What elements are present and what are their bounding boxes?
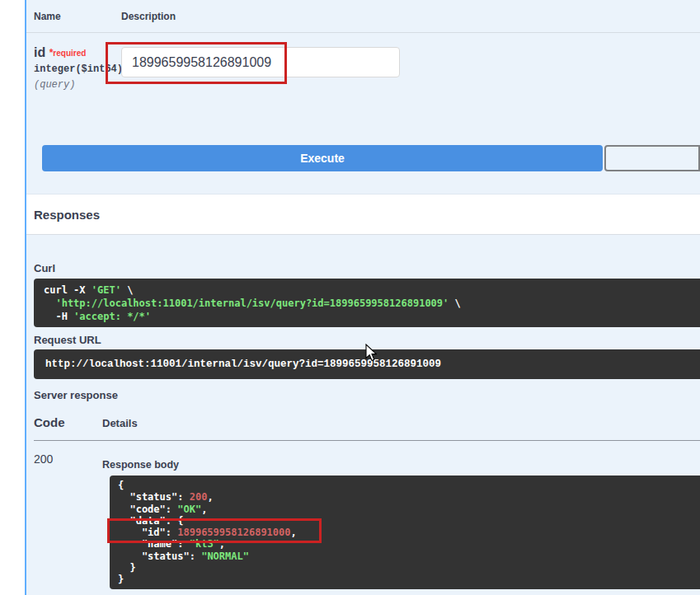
- response-row-200: 200 Response body { "status": 200, "code…: [34, 452, 700, 589]
- curl-label: Curl: [34, 262, 700, 275]
- swagger-operation-page: { "colors": { "accent_blue": "#4990e2", …: [0, 0, 700, 595]
- required-label: required: [53, 49, 86, 58]
- responses-section-header: Responses: [26, 194, 700, 235]
- response-body-block: { "status": 200, "code": "OK", "data": {…: [110, 476, 700, 589]
- request-url-label: Request URL: [34, 334, 700, 347]
- parameter-row-id: id *required integer($int64) (query): [34, 45, 700, 91]
- response-table-header: Code Details: [34, 415, 700, 430]
- response-table-divider: [34, 440, 700, 441]
- parameter-name: id *required: [34, 45, 121, 60]
- name-column-header: Name: [34, 11, 121, 22]
- request-url-block: http://localhost:11001/internal/isv/quer…: [34, 349, 700, 379]
- id-parameter-input[interactable]: [121, 47, 400, 77]
- server-response-label: Server response: [34, 389, 700, 402]
- parameter-name-cell: id *required integer($int64) (query): [34, 45, 121, 91]
- code-column-header: Code: [34, 415, 102, 430]
- responses-title: Responses: [34, 208, 100, 222]
- description-column-header: Description: [121, 11, 700, 22]
- execute-row: Execute: [42, 145, 700, 171]
- parameter-location: (query): [34, 80, 121, 91]
- parameters-table-header: Name Description: [26, 0, 700, 33]
- parameter-description-cell: [121, 45, 700, 91]
- parameter-type: integer($int64): [34, 64, 121, 75]
- response-details-cell: Response body { "status": 200, "code": "…: [102, 452, 700, 589]
- curl-command-block: curl -X 'GET' \ 'http://localhost:11001/…: [34, 279, 700, 327]
- clear-button[interactable]: [604, 145, 700, 171]
- response-body-label: Response body: [102, 452, 700, 471]
- parameter-name-text: id: [34, 45, 45, 59]
- details-column-header: Details: [102, 415, 700, 430]
- get-operation-block: Name Description id *required integer($i…: [25, 0, 700, 595]
- execute-button[interactable]: Execute: [42, 145, 603, 171]
- status-code: 200: [34, 452, 102, 589]
